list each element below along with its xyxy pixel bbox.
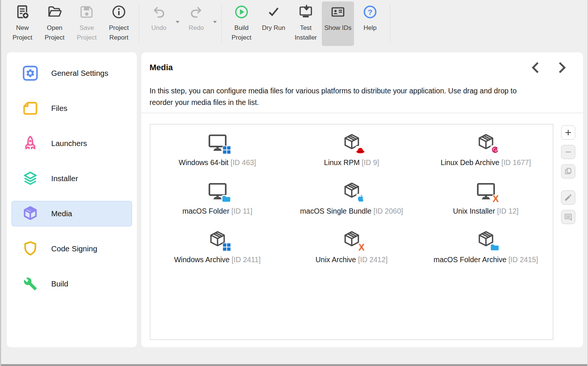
sidebar-item-label: Code Signing bbox=[51, 244, 97, 253]
sidebar-item-label: General Settings bbox=[51, 69, 108, 78]
media-step-panel: Media In this step, you can configure me… bbox=[141, 52, 583, 347]
media-list: Windows 64-bit [ID 463] bbox=[150, 124, 553, 340]
files-icon bbox=[22, 100, 39, 117]
remove-media-button[interactable] bbox=[561, 145, 575, 159]
wrench-icon bbox=[22, 275, 39, 292]
media-item-macos-folder[interactable]: macOS Folder [ID 11] bbox=[150, 180, 284, 228]
media-item-unix-archive[interactable]: X Unix Archive [ID 2412] bbox=[284, 228, 419, 277]
duplicate-icon bbox=[564, 167, 572, 176]
sidebar-item-build[interactable]: Build bbox=[12, 271, 132, 297]
media-item-label: Linux Deb Archive [ID 1677] bbox=[441, 158, 531, 167]
project-report-button[interactable]: Project Report bbox=[103, 1, 135, 46]
media-item-macos-single-bundle[interactable]: macOS Single Bundle [ID 2060] bbox=[284, 180, 419, 228]
open-project-button[interactable]: Open Project bbox=[39, 1, 71, 46]
media-item-label: Unix Installer [ID 12] bbox=[453, 207, 519, 215]
sidebar-item-label: Installer bbox=[51, 174, 78, 183]
new-project-icon bbox=[15, 4, 30, 19]
dry-run-label: Dry Run bbox=[259, 23, 288, 33]
debian-swirl-icon bbox=[490, 145, 499, 154]
undo-label: Undo bbox=[144, 23, 173, 33]
next-step-button[interactable] bbox=[555, 61, 568, 74]
new-project-label: New Project bbox=[8, 23, 37, 43]
svg-text:?: ? bbox=[368, 8, 373, 16]
unix-x-icon: X bbox=[492, 195, 499, 203]
red-hat-icon bbox=[355, 146, 365, 154]
media-list-actions bbox=[561, 125, 575, 229]
build-project-label: Build Project bbox=[227, 23, 256, 43]
toolbar-separator bbox=[221, 4, 222, 43]
help-button[interactable]: ? Help bbox=[354, 1, 386, 46]
sidebar-item-label: Launchers bbox=[51, 139, 87, 148]
media-item-label: macOS Single Bundle [ID 2060] bbox=[300, 207, 403, 215]
step-description: In this step, you can configure media fi… bbox=[150, 85, 527, 108]
media-item-windows-64-bit[interactable]: Windows 64-bit [ID 463] bbox=[150, 131, 284, 180]
shield-icon bbox=[22, 240, 39, 257]
undo-icon bbox=[151, 4, 166, 19]
save-project-button[interactable]: Save Project bbox=[71, 1, 103, 46]
blue-folder-icon bbox=[222, 195, 231, 203]
new-project-button[interactable]: New Project bbox=[6, 1, 39, 46]
minus-icon bbox=[564, 148, 572, 156]
open-project-icon bbox=[47, 4, 62, 19]
media-item-label: Linux RPM [ID 9] bbox=[324, 158, 379, 167]
rocket-icon bbox=[22, 135, 39, 152]
sidebar-item-general-settings[interactable]: General Settings bbox=[12, 61, 132, 86]
sidebar-item-installer[interactable]: Installer bbox=[12, 166, 132, 191]
redo-button[interactable]: Redo bbox=[180, 1, 212, 46]
dry-run-button[interactable]: Dry Run bbox=[258, 1, 290, 46]
test-installer-button[interactable]: Test Installer bbox=[290, 1, 322, 46]
comment-icon bbox=[564, 213, 572, 221]
comment-media-button[interactable] bbox=[561, 210, 575, 224]
previous-step-button[interactable] bbox=[529, 61, 542, 74]
redo-label: Redo bbox=[182, 23, 211, 33]
save-project-icon bbox=[79, 4, 94, 19]
layers-icon bbox=[22, 170, 39, 187]
windows-logo-icon bbox=[222, 243, 231, 251]
show-ids-icon bbox=[330, 4, 345, 19]
blue-folder-icon bbox=[490, 244, 499, 251]
help-label: Help bbox=[355, 23, 385, 33]
build-project-icon bbox=[234, 4, 249, 19]
window-bottom-edge bbox=[1, 364, 587, 366]
media-item-linux-deb-archive[interactable]: Linux Deb Archive [ID 1677] bbox=[419, 131, 553, 180]
project-report-icon bbox=[111, 4, 126, 19]
help-icon: ? bbox=[363, 4, 378, 19]
media-item-label: macOS Folder [ID 11] bbox=[182, 207, 252, 215]
media-item-windows-archive[interactable]: Windows Archive [ID 2411] bbox=[150, 228, 284, 277]
media-item-linux-rpm[interactable]: Linux RPM [ID 9] bbox=[284, 131, 419, 180]
project-report-label: Project Report bbox=[104, 23, 133, 43]
page-title: Media bbox=[150, 63, 173, 72]
sidebar-item-media[interactable]: Media bbox=[12, 201, 132, 226]
header-divider bbox=[141, 113, 583, 113]
show-ids-button[interactable]: Show IDs bbox=[322, 1, 354, 46]
edit-media-button[interactable] bbox=[561, 190, 575, 205]
build-project-button[interactable]: Build Project bbox=[225, 1, 258, 46]
undo-button[interactable]: Undo bbox=[143, 1, 175, 46]
media-item-macos-folder-archive[interactable]: macOS Folder Archive [ID 2415] bbox=[419, 228, 553, 277]
media-item-label: macOS Folder Archive [ID 2415] bbox=[434, 255, 538, 264]
windows-logo-icon bbox=[222, 146, 231, 154]
sidebar-item-label: Media bbox=[51, 209, 72, 218]
media-item-label: Windows 64-bit [ID 463] bbox=[179, 158, 256, 167]
undo-dropdown-arrow-icon[interactable] bbox=[176, 21, 179, 23]
toolbar-separator bbox=[139, 4, 139, 43]
save-project-label: Save Project bbox=[72, 23, 101, 43]
toolbar-separator bbox=[390, 4, 390, 43]
add-media-button[interactable] bbox=[561, 125, 575, 140]
media-item-label: Unix Archive [ID 2412] bbox=[315, 255, 388, 264]
redo-dropdown-arrow-icon[interactable] bbox=[213, 21, 217, 23]
sidebar-item-label: Files bbox=[51, 104, 67, 113]
plus-icon bbox=[564, 128, 572, 137]
main-toolbar: New Project Open Project Save Project Pr… bbox=[1, 0, 587, 48]
media-item-label: Windows Archive [ID 2411] bbox=[174, 255, 261, 264]
media-item-unix-installer[interactable]: X Unix Installer [ID 12] bbox=[419, 180, 553, 228]
step-sidebar: General Settings Files Launchers bbox=[7, 52, 137, 347]
redo-icon bbox=[189, 4, 204, 19]
sidebar-item-files[interactable]: Files bbox=[12, 96, 132, 121]
apple-logo-icon bbox=[356, 194, 365, 203]
duplicate-media-button[interactable] bbox=[561, 164, 575, 179]
show-ids-label: Show IDs bbox=[323, 23, 353, 33]
sidebar-item-code-signing[interactable]: Code Signing bbox=[12, 236, 132, 261]
unix-x-icon: X bbox=[358, 243, 365, 251]
sidebar-item-launchers[interactable]: Launchers bbox=[12, 131, 132, 156]
